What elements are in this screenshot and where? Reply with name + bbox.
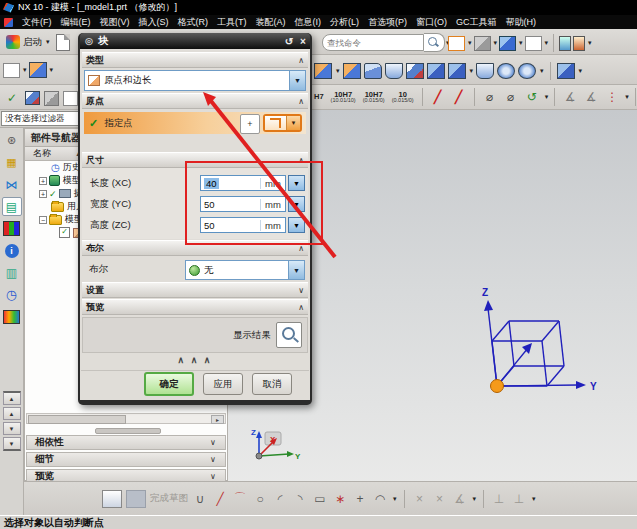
polygon-button[interactable]: ∗ <box>332 490 348 508</box>
point-method-dropdown[interactable]: ▼ <box>286 116 300 130</box>
menu-assemblies[interactable]: 装配(A) <box>256 16 286 29</box>
chevron-down-icon[interactable]: ▾ <box>473 495 477 503</box>
extrude-button[interactable] <box>343 63 361 79</box>
history-palette-tab[interactable]: ▥ <box>2 263 22 282</box>
wireframe-sphere-button[interactable] <box>518 63 536 79</box>
angle-annotation-button[interactable]: ∡ <box>561 87 579 107</box>
web-browser-tab[interactable]: i <box>2 241 22 260</box>
make-symmetric-button[interactable]: ⊥ <box>511 490 527 508</box>
scroll-down-button[interactable]: ▼ <box>3 422 21 435</box>
combo-dropdown-button[interactable]: ▼ <box>288 261 304 279</box>
menu-gc-toolbox[interactable]: GC工具箱 <box>456 16 497 29</box>
chevron-down-icon[interactable]: ▾ <box>579 67 583 75</box>
diameter-dim-button[interactable]: ⌀ <box>481 87 499 107</box>
chevron-down-icon[interactable]: ▾ <box>470 67 474 75</box>
dialog-collapse-arrows[interactable]: ∧ ∧ ∧ <box>81 355 309 368</box>
dependencies-panel-header[interactable]: 相依性 ∨ <box>26 435 226 450</box>
angle-annotation2-button[interactable]: ∡ <box>582 87 600 107</box>
menu-tools[interactable]: 工具(T) <box>217 16 247 29</box>
checkbox-checked-icon[interactable]: ✓ <box>59 227 70 238</box>
specify-point-row[interactable]: ✓ 指定点 + ▼ <box>84 112 306 134</box>
show-hide-button[interactable] <box>559 36 571 51</box>
quick-trim-button[interactable]: × <box>412 490 428 508</box>
collapse-icon[interactable]: ∧ <box>298 303 304 312</box>
new-file-button[interactable] <box>56 34 70 51</box>
scroll-top-button[interactable]: ▲ <box>3 391 21 405</box>
chevron-down-icon[interactable]: ∨ <box>205 455 221 464</box>
menu-insert[interactable]: 插入(S) <box>139 16 169 29</box>
length-value[interactable]: 40 <box>204 178 219 189</box>
point-method-split-button[interactable]: ▼ <box>263 114 302 132</box>
menu-view[interactable]: 视图(V) <box>100 16 130 29</box>
sketch-image-button[interactable] <box>126 490 146 508</box>
length-field[interactable]: 40 mm <box>200 175 286 191</box>
chevron-down-icon[interactable]: ▾ <box>545 93 549 101</box>
line-button[interactable]: ╱ <box>212 490 228 508</box>
navigator-hscrollbar[interactable]: ▸ <box>26 413 226 424</box>
height-field[interactable]: 50 mm <box>200 217 286 233</box>
menu-window[interactable]: 窗口(O) <box>416 16 447 29</box>
chevron-down-icon[interactable]: ▾ <box>494 39 498 47</box>
boolean-combo[interactable]: 无 ▼ <box>185 260 305 280</box>
roles-gear-icon[interactable]: ⊛ <box>2 131 22 150</box>
chevron-down-icon[interactable]: ▾ <box>50 66 54 74</box>
block-feature-button[interactable] <box>29 62 47 78</box>
circle-button[interactable]: ○ <box>252 490 268 508</box>
make-corner-button[interactable]: ∡ <box>452 490 468 508</box>
window-layout-button[interactable] <box>448 36 465 51</box>
collapse-icon[interactable]: ∧ <box>298 156 304 165</box>
geometric-constraints-button[interactable]: ⊥ <box>491 490 507 508</box>
dimensions-section-header[interactable]: 尺寸 ∧ <box>82 152 308 168</box>
dialog-close-button[interactable]: × <box>296 36 310 47</box>
expand-icon[interactable]: ∨ <box>298 286 304 295</box>
scroll-right-button[interactable]: ▸ <box>211 415 224 424</box>
chevron-down-icon[interactable]: ∨ <box>205 472 221 481</box>
panel-resize-grip[interactable] <box>95 428 161 434</box>
dialog-options-icon[interactable]: ◎ <box>83 36 95 46</box>
synchronous-modeling-button[interactable] <box>557 63 575 79</box>
ok-button[interactable]: 确定 <box>144 372 194 396</box>
boolean-section-header[interactable]: 布尔 ∧ <box>82 240 308 256</box>
collapse-icon[interactable]: − <box>39 216 47 224</box>
orient-view-button[interactable] <box>474 36 491 51</box>
origin-point-handle[interactable] <box>491 380 504 393</box>
origin-section-header[interactable]: 原点 ∧ <box>82 93 308 109</box>
chevron-down-icon[interactable]: ▾ <box>468 39 472 47</box>
chevron-down-icon[interactable]: ▾ <box>393 495 397 503</box>
chevron-down-icon[interactable]: ▾ <box>519 39 523 47</box>
menu-edit[interactable]: 编辑(E) <box>61 16 91 29</box>
arc-button[interactable]: ⌒ <box>232 490 248 508</box>
tolerance-10-button[interactable]: 10(0.015/0) <box>392 91 414 104</box>
height-formula-dropdown[interactable]: ▼ <box>288 217 305 233</box>
blend-button[interactable] <box>406 63 424 79</box>
sweep-button[interactable] <box>385 63 403 79</box>
offset-curve-button[interactable]: ◠ <box>372 490 388 508</box>
chevron-down-icon[interactable]: ∨ <box>205 438 221 447</box>
sketch-button[interactable] <box>3 63 20 78</box>
history-tab[interactable]: ◷ <box>2 285 22 304</box>
chevron-down-icon[interactable]: ▾ <box>336 67 340 75</box>
chevron-down-icon[interactable]: ▾ <box>625 93 629 101</box>
tolerance-h7-button[interactable]: H7 <box>314 93 324 101</box>
chevron-down-icon[interactable]: ▾ <box>588 39 592 47</box>
inferred-point-icon[interactable] <box>265 116 286 130</box>
chevron-down-icon[interactable]: ▾ <box>545 39 549 47</box>
menu-information[interactable]: 信息(I) <box>295 16 322 29</box>
diameter-dim2-button[interactable]: ⌀ <box>502 87 520 107</box>
menu-analysis[interactable]: 分析(L) <box>330 16 359 29</box>
examine-geometry-button[interactable]: ✓ <box>3 88 21 108</box>
view-triad[interactable]: Z X Y <box>243 424 307 470</box>
width-value[interactable]: 50 <box>204 199 260 210</box>
slant-dimension2-button[interactable]: ╱ <box>450 87 468 107</box>
show-result-button[interactable] <box>276 322 302 348</box>
sketch-in-task-button[interactable] <box>102 490 122 508</box>
length-formula-dropdown[interactable]: ▼ <box>288 175 305 191</box>
menu-file[interactable]: 文件(F) <box>22 16 52 29</box>
collapse-icon[interactable]: ∧ <box>298 56 304 65</box>
point-button[interactable]: + <box>352 490 368 508</box>
width-field[interactable]: 50 mm <box>200 196 286 212</box>
point-dialog-button[interactable]: + <box>240 114 260 134</box>
apply-button[interactable]: 应用 <box>203 373 243 395</box>
expand-icon[interactable]: + <box>39 177 47 185</box>
materials-tab[interactable] <box>2 307 22 326</box>
